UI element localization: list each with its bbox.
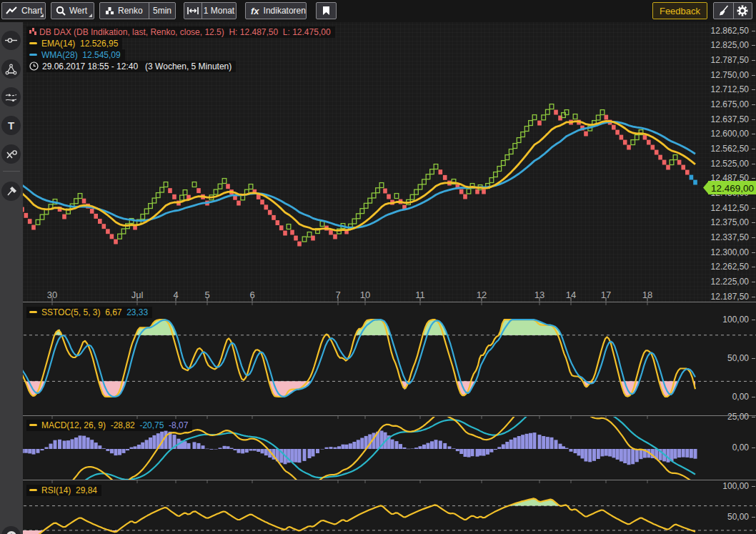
svg-text:12.469,00: 12.469,00 [711,183,754,194]
